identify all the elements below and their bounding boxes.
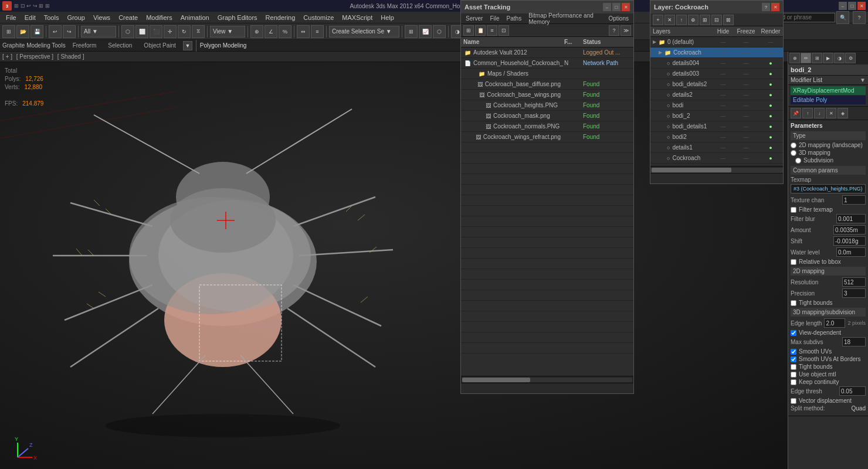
open-btn[interactable]: 📂 (16, 25, 29, 38)
layer-add-btn[interactable]: + (653, 15, 663, 25)
relative-bbox-checkbox[interactable] (791, 259, 796, 265)
menu-customize[interactable]: Customize (300, 13, 337, 22)
layer-freeze-value[interactable]: — (734, 145, 758, 151)
layer-render-value[interactable]: ● (758, 124, 783, 130)
asset-tb-btn2[interactable]: 📋 (475, 25, 486, 36)
layer-freeze-value[interactable]: — (734, 124, 758, 130)
layer-render-value[interactable]: ● (758, 134, 783, 140)
layer-row[interactable]: ○ details003 — — ● (650, 69, 783, 79)
layer-hide-value[interactable]: — (713, 145, 734, 151)
right-tab-hierarchy[interactable]: ⊞ (812, 53, 822, 63)
menu-rendering[interactable]: Rendering (262, 13, 299, 22)
mirror-btn[interactable]: ⇔ (297, 25, 310, 38)
layer-hide-value[interactable]: — (713, 71, 734, 77)
layer-freeze-value[interactable]: — (734, 81, 758, 87)
layer-row[interactable]: ○ bodi_details2 — — ● (650, 79, 783, 90)
layer-merge-btn[interactable]: ⊕ (688, 15, 699, 25)
curve-editor-btn[interactable]: 📈 (419, 25, 432, 38)
asset-extra-btn[interactable]: ≫ (621, 25, 631, 36)
layer-content[interactable]: ▶ 📁 0 (default) — — — ▶ 📁 Cockroach — — … (650, 37, 783, 166)
asset-row[interactable]: 🖼 Cockroach_heights.PNG Found (461, 100, 633, 111)
layer-render-value[interactable]: ● (758, 81, 783, 87)
texture-chan-input[interactable] (842, 195, 866, 205)
layer-extra-btn1[interactable]: ⊞ (700, 15, 710, 25)
mod-move-up-btn[interactable]: ↑ (802, 108, 813, 118)
tab-freeform[interactable]: Freeform (68, 41, 101, 50)
layer-row[interactable]: ○ details1 — — ● (650, 142, 783, 153)
mod-delete-btn[interactable]: ✕ (826, 108, 836, 118)
asset-minimize-btn[interactable]: – (603, 3, 611, 11)
mod-pin-btn[interactable]: 📌 (791, 108, 801, 118)
asset-menu-performance[interactable]: Bitmap Performance and Memory (525, 12, 605, 26)
asset-row[interactable]: 📁 Maps / Shaders (461, 69, 633, 79)
modifier-list-arrow[interactable]: ▼ (860, 77, 866, 83)
menu-tools[interactable]: Tools (40, 13, 63, 22)
layer-freeze-value[interactable]: — (734, 166, 758, 166)
menu-edit[interactable]: Edit (21, 13, 39, 22)
asset-row[interactable]: 🖼 Cockroach_base_wings.png Found (461, 90, 633, 100)
layer-freeze-value[interactable]: — (734, 50, 758, 56)
asset-row[interactable]: 🖼 Cockroach_base_diffuse.png Found (461, 79, 633, 90)
menu-group[interactable]: Group (63, 13, 89, 22)
smooth-uvs-checkbox[interactable] (791, 349, 796, 355)
amount-input[interactable] (833, 225, 866, 235)
layer-hide-value[interactable]: — (713, 50, 734, 56)
layer-render-value[interactable]: ● (758, 145, 783, 151)
asset-menu-paths[interactable]: Paths (503, 15, 525, 22)
menu-views[interactable]: Views (90, 13, 114, 22)
type-subdiv-radio[interactable] (795, 158, 801, 164)
asset-row[interactable]: 🖼 Cockroach_wings_refract.png Found (461, 132, 633, 142)
mod-move-dn-btn[interactable]: ↓ (814, 108, 825, 118)
right-tab-create[interactable]: ⊕ (789, 53, 800, 63)
layer-row[interactable]: ▶ 📁 0 (default) — — — (650, 37, 783, 47)
layer-render-value[interactable]: ● (758, 71, 783, 77)
asset-row[interactable]: 🖼 Cockroach_normals.PNG Found (461, 121, 633, 132)
angle-snap-btn[interactable]: ∠ (265, 25, 277, 38)
layer-expand-icon[interactable]: ▶ (653, 39, 656, 45)
scale-btn[interactable]: ⧖ (192, 25, 205, 38)
layer-freeze-value[interactable]: — (734, 155, 758, 161)
select-obj-btn[interactable]: ⬡ (121, 25, 134, 38)
move-btn[interactable]: ✛ (164, 25, 177, 38)
mod-make-unique-btn[interactable]: ◈ (838, 108, 848, 118)
smooth-uvs-borders-checkbox[interactable] (791, 356, 796, 362)
help-btn[interactable]: ? (853, 11, 866, 24)
filter-texmap-checkbox[interactable] (791, 207, 796, 213)
maximize-btn[interactable]: □ (848, 2, 856, 10)
edge-thresh-input[interactable] (839, 386, 866, 396)
type-2d-radio[interactable] (791, 142, 796, 148)
menu-maxscript[interactable]: MAXScript (338, 13, 376, 22)
layer-freeze-value[interactable]: — (734, 113, 758, 119)
layer-hide-value[interactable]: — (713, 60, 734, 66)
water-level-input[interactable] (836, 247, 866, 257)
layer-hide-value[interactable]: — (713, 81, 734, 87)
tab-object-paint[interactable]: Object Paint (139, 41, 180, 50)
schematic-btn[interactable]: ⬡ (433, 25, 446, 38)
asset-menu-server[interactable]: Server (462, 15, 486, 22)
menu-file[interactable]: File (2, 13, 20, 22)
menu-modifiers[interactable]: Modifiers (143, 13, 176, 22)
layer-freeze-value[interactable]: — (734, 60, 758, 66)
right-tab-modify[interactable]: ✏ (801, 53, 811, 63)
layer-hide-value[interactable]: — (713, 103, 734, 108)
layer-freeze-value[interactable]: — (734, 39, 758, 45)
menu-graph-editors[interactable]: Graph Editors (214, 13, 261, 22)
layer-hide-value[interactable]: — (713, 39, 734, 45)
layer-extra-btn2[interactable]: ⊟ (711, 15, 722, 25)
layer-hide-value[interactable]: — (713, 124, 734, 130)
menu-help[interactable]: Help (377, 13, 398, 22)
save-btn[interactable]: 💾 (30, 25, 43, 38)
layer-render-value[interactable]: ● (758, 92, 783, 98)
layer-freeze-value[interactable]: — (734, 71, 758, 77)
redo-btn[interactable]: ↪ (63, 25, 76, 38)
layer-close-btn[interactable]: ✕ (771, 3, 779, 11)
close-btn[interactable]: ✕ (857, 2, 866, 10)
select-region-btn[interactable]: ⬜ (135, 25, 148, 38)
select-filter-dropdown[interactable]: All ▼ (81, 26, 116, 38)
minimize-btn[interactable]: – (839, 2, 847, 10)
undo-btn[interactable]: ↩ (49, 25, 62, 38)
layer-row[interactable]: ○ bodi_details1 — — ● (650, 121, 783, 132)
asset-scrollbar[interactable] (461, 376, 633, 383)
max-subdivs-input[interactable] (842, 337, 866, 346)
resolution-input[interactable] (842, 277, 866, 287)
